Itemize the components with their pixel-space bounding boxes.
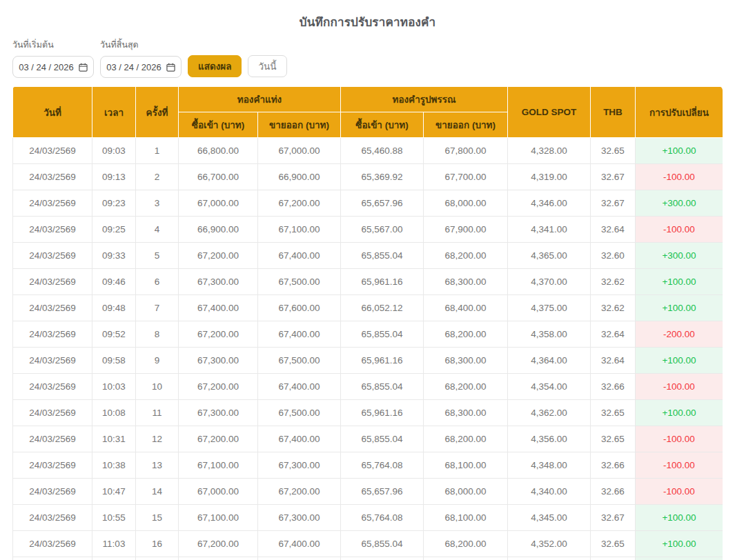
ornament-sell-cell: 68,200.00 (424, 321, 508, 348)
bar-sell-cell: 66,900.00 (258, 164, 341, 190)
bar-buy-cell: 67,000.00 (179, 190, 258, 217)
thb-cell: 32.67 (591, 190, 636, 217)
bar-sell-cell: 67,600.00 (258, 295, 341, 321)
bar-sell-cell: 67,200.00 (258, 190, 341, 217)
gold-spot-cell: 4,352.00 (508, 531, 591, 557)
date-cell: 24/03/2569 (13, 217, 92, 243)
ornament-buy-cell: 65,855.04 (341, 321, 424, 348)
ornament-buy-cell: 65,460.88 (341, 138, 424, 164)
ornament-sell-cell: 68,200.00 (424, 243, 508, 269)
ornament-sell-cell: 68,300.00 (424, 400, 508, 426)
change-cell: +300.00 (636, 190, 723, 217)
start-date-label: วันที่เริ่มต้น (12, 38, 94, 52)
ornament-sell-cell: 68,000.00 (424, 190, 508, 217)
thb-cell: 32.64 (591, 321, 636, 348)
price-table: วันที่ เวลา ครั้งที่ ทองคำแท่ง ทองคำรูปพ… (12, 86, 723, 560)
col-group-gold-bar: ทองคำแท่ง (179, 87, 341, 112)
start-date-input[interactable]: 03 / 24 / 2026 (12, 56, 94, 78)
bar-buy-cell: 67,200.00 (179, 531, 258, 557)
date-cell: 24/03/2569 (13, 138, 92, 164)
date-cell: 24/03/2569 (13, 531, 92, 557)
thb-cell: 32.65 (591, 400, 636, 426)
ornament-buy-cell: 65,961.16 (341, 269, 424, 295)
gold-spot-cell: 4,354.00 (508, 374, 591, 400)
col-header-bar-buy: ซื้อเข้า (บาท) (179, 112, 258, 138)
ornament-sell-cell: 67,900.00 (424, 217, 508, 243)
bar-buy-cell: 66,700.00 (179, 164, 258, 190)
bar-sell-cell: 67,400.00 (258, 243, 341, 269)
bar-buy-cell: 67,100.00 (179, 505, 258, 531)
today-button[interactable]: วันนี้ (248, 55, 286, 77)
bar-buy-cell: 67,300.00 (179, 400, 258, 426)
end-date-label: วันที่สิ้นสุด (100, 38, 182, 52)
table-row: 24/03/2569 09:25 4 66,900.00 67,100.00 6… (13, 217, 723, 243)
change-cell: +100.00 (636, 348, 723, 374)
table-row: 24/03/2569 10:03 10 67,200.00 67,400.00 … (13, 374, 723, 400)
col-header-change: การปรับเปลี่ยน (636, 87, 723, 138)
thb-cell: 32.62 (591, 269, 636, 295)
partial-row-body (13, 557, 723, 560)
date-cell: 24/03/2569 (13, 269, 92, 295)
col-header-date: วันที่ (13, 87, 92, 138)
calendar-icon[interactable] (166, 63, 175, 72)
gold-spot-cell: 4,341.00 (508, 217, 591, 243)
round-cell: 2 (136, 164, 179, 190)
gold-spot-cell: 4,362.00 (508, 400, 591, 426)
table-row: 24/03/2569 09:33 5 67,200.00 67,400.00 6… (13, 243, 723, 269)
table-body: 24/03/2569 09:03 1 66,800.00 67,000.00 6… (13, 138, 723, 557)
change-cell: -100.00 (636, 217, 723, 243)
time-cell: 10:55 (92, 505, 136, 531)
ornament-sell-cell: 67,800.00 (424, 138, 508, 164)
date-cell: 24/03/2569 (13, 295, 92, 321)
ornament-buy-cell: 65,764.08 (341, 505, 424, 531)
date-cell: 24/03/2569 (13, 164, 92, 190)
bar-buy-cell: 67,000.00 (179, 479, 258, 505)
gold-spot-cell: 4,358.00 (508, 321, 591, 348)
end-date-input[interactable]: 03 / 24 / 2026 (100, 56, 182, 78)
thb-cell: 32.64 (591, 348, 636, 374)
bar-sell-cell: 67,300.00 (258, 452, 341, 479)
date-cell: 24/03/2569 (13, 321, 92, 348)
bar-sell-cell: 67,500.00 (258, 269, 341, 295)
time-cell: 09:58 (92, 348, 136, 374)
ornament-sell-cell: 68,200.00 (424, 374, 508, 400)
table-row: 24/03/2569 09:52 8 67,200.00 67,400.00 6… (13, 321, 723, 348)
bar-buy-cell: 66,800.00 (179, 138, 258, 164)
show-results-button[interactable]: แสดงผล (188, 55, 242, 77)
table-row: 24/03/2569 09:46 6 67,300.00 67,500.00 6… (13, 269, 723, 295)
change-cell: +100.00 (636, 138, 723, 164)
round-cell: 14 (136, 479, 179, 505)
bar-sell-cell: 67,400.00 (258, 321, 341, 348)
table-row: 24/03/2569 09:13 2 66,700.00 66,900.00 6… (13, 164, 723, 190)
col-header-bar-sell: ขายออก (บาท) (258, 112, 341, 138)
bar-sell-cell: 67,400.00 (258, 426, 341, 452)
date-cell: 24/03/2569 (13, 400, 92, 426)
bar-sell-cell: 67,400.00 (258, 374, 341, 400)
round-cell: 11 (136, 400, 179, 426)
bar-buy-cell: 67,100.00 (179, 452, 258, 479)
gold-spot-cell: 4,364.00 (508, 348, 591, 374)
col-header-gold-spot: GOLD SPOT (508, 87, 591, 138)
gold-spot-cell: 4,345.00 (508, 505, 591, 531)
gold-spot-cell: 4,365.00 (508, 243, 591, 269)
bar-sell-cell: 67,200.00 (258, 479, 341, 505)
col-header-ornament-buy: ซื้อเข้า (บาท) (341, 112, 424, 138)
ornament-buy-cell: 65,855.04 (341, 426, 424, 452)
round-cell: 9 (136, 348, 179, 374)
table-row: 24/03/2569 09:23 3 67,000.00 67,200.00 6… (13, 190, 723, 217)
start-date-value: 03 / 24 / 2026 (19, 62, 74, 72)
calendar-icon[interactable] (79, 63, 88, 72)
time-cell: 09:13 (92, 164, 136, 190)
time-cell: 09:23 (92, 190, 136, 217)
gold-spot-cell: 4,375.00 (508, 295, 591, 321)
gold-spot-cell: 4,319.00 (508, 164, 591, 190)
ornament-sell-cell: 68,000.00 (424, 479, 508, 505)
date-cell: 24/03/2569 (13, 479, 92, 505)
bar-buy-cell: 66,900.00 (179, 217, 258, 243)
date-cell: 24/03/2569 (13, 190, 92, 217)
ornament-buy-cell: 65,567.00 (341, 217, 424, 243)
thb-cell: 32.60 (591, 243, 636, 269)
bar-sell-cell: 67,100.00 (258, 217, 341, 243)
ornament-buy-cell: 65,961.16 (341, 348, 424, 374)
ornament-buy-cell: 65,657.96 (341, 479, 424, 505)
